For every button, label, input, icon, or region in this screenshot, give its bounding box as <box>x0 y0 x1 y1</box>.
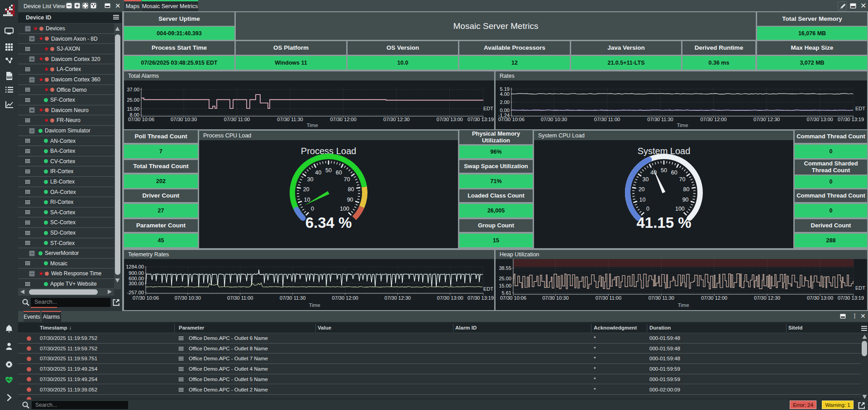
svg-text:07/30 13:00: 07/30 13:00 <box>437 117 463 122</box>
svg-text:2.00: 2.00 <box>500 99 510 105</box>
svg-text:EDT: EDT <box>855 285 865 291</box>
svg-text:6.34 %: 6.34 % <box>305 214 352 231</box>
svg-text:EDT: EDT <box>855 106 865 111</box>
svg-text:80: 80 <box>348 186 354 193</box>
svg-text:07/30 13:00: 07/30 13:00 <box>807 117 833 122</box>
svg-text:4.00: 4.00 <box>500 91 510 97</box>
svg-text:07/30 13:00: 07/30 13:00 <box>437 295 463 301</box>
svg-text:15.00: 15.00 <box>499 283 511 288</box>
svg-text:07/30 11:30: 07/30 11:30 <box>277 117 303 122</box>
svg-text:07/30 13:19: 07/30 13:19 <box>467 295 494 301</box>
svg-text:07/30 10:06: 07/30 10:06 <box>133 295 159 301</box>
svg-text:07/30 11:00: 07/30 11:00 <box>594 117 620 122</box>
svg-text:07/30 12:30: 07/30 12:30 <box>754 117 780 122</box>
svg-text:07/30 12:30: 07/30 12:30 <box>383 117 410 122</box>
svg-text:07/30 13:00: 07/30 13:00 <box>807 295 833 301</box>
svg-text:20: 20 <box>639 186 645 193</box>
svg-text:Time: Time <box>306 123 318 128</box>
svg-text:07/30 10:30: 07/30 10:30 <box>171 117 197 122</box>
svg-text:60: 60 <box>671 170 677 176</box>
svg-text:40: 40 <box>315 170 321 176</box>
svg-text:50: 50 <box>325 167 332 174</box>
svg-text:25.00: 25.00 <box>127 97 139 103</box>
svg-text:70: 70 <box>344 176 350 183</box>
svg-text:20: 20 <box>303 186 310 193</box>
svg-text:07/30 12:00: 07/30 12:00 <box>330 117 356 122</box>
svg-text:Time: Time <box>677 123 688 128</box>
svg-text:EDT: EDT <box>483 106 493 111</box>
svg-text:10: 10 <box>304 197 310 203</box>
svg-text:07/30 10:30: 07/30 10:30 <box>541 117 567 122</box>
svg-text:EDT: EDT <box>483 286 493 292</box>
svg-text:1284.00: 1284.00 <box>126 264 144 269</box>
svg-text:0.00: 0.00 <box>500 108 510 113</box>
svg-text:07/30 12:00: 07/30 12:00 <box>701 295 727 301</box>
svg-text:07/30 11:00: 07/30 11:00 <box>224 117 250 122</box>
svg-text:07/30 12:00: 07/30 12:00 <box>332 295 358 301</box>
svg-text:90: 90 <box>682 197 689 203</box>
svg-text:5.61: 5.61 <box>502 290 511 296</box>
svg-text:07/30 11:30: 07/30 11:30 <box>647 117 673 122</box>
svg-text:07/30 11:00: 07/30 11:00 <box>596 295 621 301</box>
svg-text:07/30 10:30: 07/30 10:30 <box>542 295 568 301</box>
svg-text:100: 100 <box>675 206 685 212</box>
svg-text:10: 10 <box>639 197 645 203</box>
svg-text:25.00: 25.00 <box>499 276 511 281</box>
svg-text:07/30 10:06: 07/30 10:06 <box>498 117 525 122</box>
svg-text:80: 80 <box>683 186 689 193</box>
svg-text:38.55: 38.55 <box>499 265 511 271</box>
svg-text:30: 30 <box>643 176 649 183</box>
svg-text:07/30 10:06: 07/30 10:06 <box>128 117 154 122</box>
svg-text:41.15 %: 41.15 % <box>636 214 691 231</box>
svg-text:07/30 10:06: 07/30 10:06 <box>500 295 526 301</box>
svg-text:07/30 10:30: 07/30 10:30 <box>175 295 201 301</box>
svg-text:07/30 12:00: 07/30 12:00 <box>700 117 726 122</box>
svg-text:Time: Time <box>309 302 320 308</box>
svg-text:-257.00: -257.00 <box>127 290 144 295</box>
svg-text:07/30 12:30: 07/30 12:30 <box>754 295 780 301</box>
svg-text:0: 0 <box>311 206 314 212</box>
svg-text:07/30 13:19: 07/30 13:19 <box>838 117 864 122</box>
svg-text:70: 70 <box>679 176 686 183</box>
svg-text:100: 100 <box>340 206 349 212</box>
svg-text:300.00: 300.00 <box>129 281 144 286</box>
svg-text:60: 60 <box>336 170 342 176</box>
svg-text:07/30 11:30: 07/30 11:30 <box>649 295 674 301</box>
svg-text:37.00: 37.00 <box>127 87 139 92</box>
svg-text:PDF: PDF <box>7 76 11 78</box>
svg-text:07/30 13:19: 07/30 13:19 <box>838 295 864 301</box>
svg-text:07/30 11:30: 07/30 11:30 <box>280 295 305 301</box>
svg-text:15.00: 15.00 <box>127 106 139 112</box>
svg-text:07/30 13:19: 07/30 13:19 <box>467 117 494 122</box>
svg-text:90: 90 <box>347 197 353 203</box>
svg-text:50: 50 <box>661 167 667 174</box>
svg-text:0: 0 <box>646 206 649 212</box>
svg-text:Time: Time <box>677 302 689 308</box>
svg-text:07/30 12:30: 07/30 12:30 <box>385 295 411 301</box>
svg-text:07/30 11:00: 07/30 11:00 <box>227 295 253 301</box>
svg-text:30: 30 <box>307 176 314 183</box>
